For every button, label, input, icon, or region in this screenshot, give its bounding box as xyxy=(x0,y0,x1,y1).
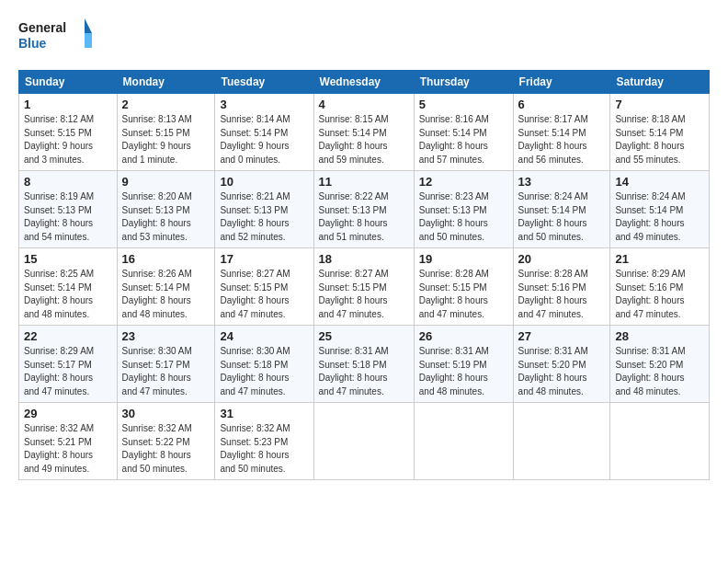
day-number: 1 xyxy=(24,98,112,111)
day-info: Sunrise: 8:24 AM Sunset: 5:14 PM Dayligh… xyxy=(518,190,606,244)
day-cell-4: 4Sunrise: 8:15 AM Sunset: 5:14 PM Daylig… xyxy=(313,94,414,171)
day-info: Sunrise: 8:31 AM Sunset: 5:18 PM Dayligh… xyxy=(319,345,409,398)
day-cell-9: 9Sunrise: 8:20 AM Sunset: 5:13 PM Daylig… xyxy=(117,171,215,248)
empty-cell xyxy=(513,403,610,480)
svg-marker-3 xyxy=(85,33,92,48)
day-cell-3: 3Sunrise: 8:14 AM Sunset: 5:14 PM Daylig… xyxy=(215,94,313,171)
day-number: 12 xyxy=(419,175,508,189)
day-info: Sunrise: 8:32 AM Sunset: 5:23 PM Dayligh… xyxy=(220,422,308,476)
weekday-header-saturday: Saturday xyxy=(610,71,710,94)
day-number: 30 xyxy=(122,407,210,420)
week-row-3: 15Sunrise: 8:25 AM Sunset: 5:14 PM Dayli… xyxy=(19,248,710,326)
day-cell-6: 6Sunrise: 8:17 AM Sunset: 5:14 PM Daylig… xyxy=(513,94,610,171)
day-cell-15: 15Sunrise: 8:25 AM Sunset: 5:14 PM Dayli… xyxy=(19,248,118,326)
day-cell-28: 28Sunrise: 8:31 AM Sunset: 5:20 PM Dayli… xyxy=(610,326,710,403)
day-number: 23 xyxy=(122,329,210,343)
day-cell-13: 13Sunrise: 8:24 AM Sunset: 5:14 PM Dayli… xyxy=(513,171,610,248)
day-info: Sunrise: 8:32 AM Sunset: 5:21 PM Dayligh… xyxy=(24,422,112,476)
page: General Blue SundayMondayTuesdayWednesda… xyxy=(0,0,728,563)
day-info: Sunrise: 8:19 AM Sunset: 5:13 PM Dayligh… xyxy=(24,190,112,244)
day-cell-12: 12Sunrise: 8:23 AM Sunset: 5:13 PM Dayli… xyxy=(414,171,513,248)
day-info: Sunrise: 8:16 AM Sunset: 5:14 PM Dayligh… xyxy=(419,113,508,167)
day-number: 31 xyxy=(220,407,308,420)
day-number: 17 xyxy=(220,252,308,266)
day-info: Sunrise: 8:12 AM Sunset: 5:15 PM Dayligh… xyxy=(24,113,112,167)
day-info: Sunrise: 8:25 AM Sunset: 5:14 PM Dayligh… xyxy=(24,268,112,321)
svg-text:Blue: Blue xyxy=(18,36,47,51)
day-info: Sunrise: 8:21 AM Sunset: 5:13 PM Dayligh… xyxy=(220,190,308,244)
day-info: Sunrise: 8:23 AM Sunset: 5:13 PM Dayligh… xyxy=(419,190,508,244)
day-info: Sunrise: 8:31 AM Sunset: 5:20 PM Dayligh… xyxy=(518,345,606,398)
day-info: Sunrise: 8:29 AM Sunset: 5:16 PM Dayligh… xyxy=(615,268,704,321)
day-number: 16 xyxy=(122,252,210,266)
day-info: Sunrise: 8:15 AM Sunset: 5:14 PM Dayligh… xyxy=(319,113,409,167)
day-number: 9 xyxy=(122,175,210,189)
weekday-header-tuesday: Tuesday xyxy=(215,71,313,94)
day-number: 20 xyxy=(518,252,606,266)
week-row-1: 1Sunrise: 8:12 AM Sunset: 5:15 PM Daylig… xyxy=(19,94,710,171)
day-cell-10: 10Sunrise: 8:21 AM Sunset: 5:13 PM Dayli… xyxy=(215,171,313,248)
empty-cell xyxy=(313,403,414,480)
empty-cell xyxy=(414,403,513,480)
day-info: Sunrise: 8:18 AM Sunset: 5:14 PM Dayligh… xyxy=(615,113,704,167)
day-cell-5: 5Sunrise: 8:16 AM Sunset: 5:14 PM Daylig… xyxy=(414,94,513,171)
day-number: 7 xyxy=(615,98,704,111)
day-cell-31: 31Sunrise: 8:32 AM Sunset: 5:23 PM Dayli… xyxy=(215,403,313,480)
day-cell-27: 27Sunrise: 8:31 AM Sunset: 5:20 PM Dayli… xyxy=(513,326,610,403)
day-info: Sunrise: 8:32 AM Sunset: 5:22 PM Dayligh… xyxy=(122,422,210,476)
svg-marker-2 xyxy=(85,18,92,33)
day-number: 21 xyxy=(615,252,704,266)
day-number: 15 xyxy=(24,252,112,266)
day-cell-24: 24Sunrise: 8:30 AM Sunset: 5:18 PM Dayli… xyxy=(215,326,313,403)
day-number: 5 xyxy=(419,98,508,111)
logo-image: General Blue xyxy=(18,17,92,57)
logo: General Blue xyxy=(18,17,92,61)
logo-svg: General Blue xyxy=(18,17,92,61)
weekday-header-friday: Friday xyxy=(513,71,610,94)
header: General Blue xyxy=(18,17,710,61)
day-number: 6 xyxy=(518,98,606,111)
day-cell-1: 1Sunrise: 8:12 AM Sunset: 5:15 PM Daylig… xyxy=(19,94,118,171)
day-info: Sunrise: 8:17 AM Sunset: 5:14 PM Dayligh… xyxy=(518,113,606,167)
day-info: Sunrise: 8:13 AM Sunset: 5:15 PM Dayligh… xyxy=(122,113,210,167)
day-cell-17: 17Sunrise: 8:27 AM Sunset: 5:15 PM Dayli… xyxy=(215,248,313,326)
day-number: 4 xyxy=(319,98,409,111)
day-info: Sunrise: 8:28 AM Sunset: 5:16 PM Dayligh… xyxy=(518,268,606,321)
day-cell-26: 26Sunrise: 8:31 AM Sunset: 5:19 PM Dayli… xyxy=(414,326,513,403)
day-number: 27 xyxy=(518,329,606,343)
day-cell-16: 16Sunrise: 8:26 AM Sunset: 5:14 PM Dayli… xyxy=(117,248,215,326)
weekday-header-wednesday: Wednesday xyxy=(313,71,414,94)
day-number: 29 xyxy=(24,407,112,420)
day-number: 13 xyxy=(518,175,606,189)
day-cell-14: 14Sunrise: 8:24 AM Sunset: 5:14 PM Dayli… xyxy=(610,171,710,248)
day-number: 24 xyxy=(220,329,308,343)
day-cell-2: 2Sunrise: 8:13 AM Sunset: 5:15 PM Daylig… xyxy=(117,94,215,171)
calendar-header: SundayMondayTuesdayWednesdayThursdayFrid… xyxy=(19,71,710,94)
day-cell-23: 23Sunrise: 8:30 AM Sunset: 5:17 PM Dayli… xyxy=(117,326,215,403)
day-cell-7: 7Sunrise: 8:18 AM Sunset: 5:14 PM Daylig… xyxy=(610,94,710,171)
day-info: Sunrise: 8:30 AM Sunset: 5:17 PM Dayligh… xyxy=(122,345,210,398)
day-cell-11: 11Sunrise: 8:22 AM Sunset: 5:13 PM Dayli… xyxy=(313,171,414,248)
day-info: Sunrise: 8:31 AM Sunset: 5:20 PM Dayligh… xyxy=(615,345,704,398)
day-cell-29: 29Sunrise: 8:32 AM Sunset: 5:21 PM Dayli… xyxy=(19,403,118,480)
day-number: 18 xyxy=(319,252,409,266)
day-info: Sunrise: 8:27 AM Sunset: 5:15 PM Dayligh… xyxy=(319,268,409,321)
day-info: Sunrise: 8:30 AM Sunset: 5:18 PM Dayligh… xyxy=(220,345,308,398)
day-number: 14 xyxy=(615,175,704,189)
day-info: Sunrise: 8:28 AM Sunset: 5:15 PM Dayligh… xyxy=(419,268,508,321)
day-cell-18: 18Sunrise: 8:27 AM Sunset: 5:15 PM Dayli… xyxy=(313,248,414,326)
calendar-body: 1Sunrise: 8:12 AM Sunset: 5:15 PM Daylig… xyxy=(19,94,710,480)
day-info: Sunrise: 8:14 AM Sunset: 5:14 PM Dayligh… xyxy=(220,113,308,167)
day-cell-8: 8Sunrise: 8:19 AM Sunset: 5:13 PM Daylig… xyxy=(19,171,118,248)
weekday-header-thursday: Thursday xyxy=(414,71,513,94)
weekday-header-sunday: Sunday xyxy=(19,71,118,94)
day-cell-25: 25Sunrise: 8:31 AM Sunset: 5:18 PM Dayli… xyxy=(313,326,414,403)
empty-cell xyxy=(610,403,710,480)
day-cell-22: 22Sunrise: 8:29 AM Sunset: 5:17 PM Dayli… xyxy=(19,326,118,403)
day-info: Sunrise: 8:20 AM Sunset: 5:13 PM Dayligh… xyxy=(122,190,210,244)
week-row-4: 22Sunrise: 8:29 AM Sunset: 5:17 PM Dayli… xyxy=(19,326,710,403)
day-cell-19: 19Sunrise: 8:28 AM Sunset: 5:15 PM Dayli… xyxy=(414,248,513,326)
day-info: Sunrise: 8:26 AM Sunset: 5:14 PM Dayligh… xyxy=(122,268,210,321)
day-cell-20: 20Sunrise: 8:28 AM Sunset: 5:16 PM Dayli… xyxy=(513,248,610,326)
svg-text:General: General xyxy=(18,20,66,35)
